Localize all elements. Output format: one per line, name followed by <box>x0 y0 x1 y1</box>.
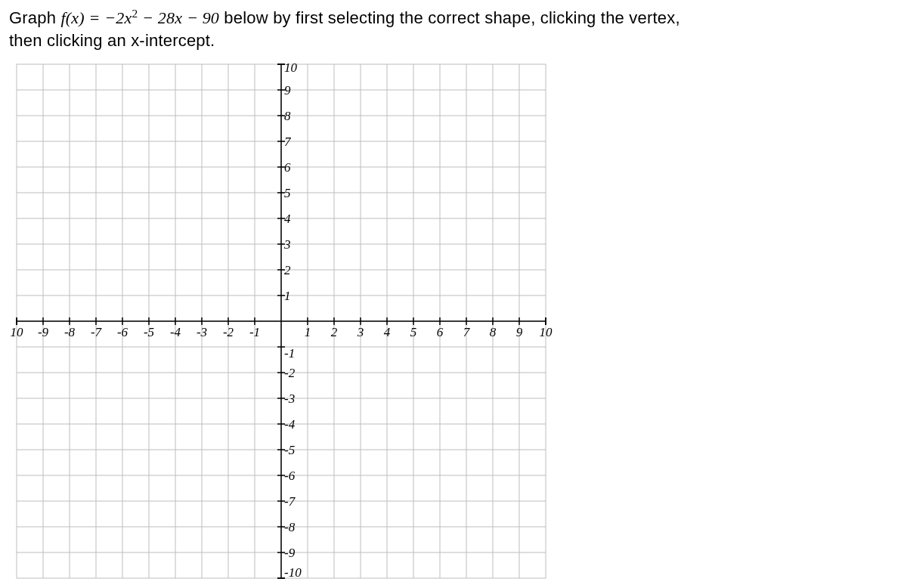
x-tick-label: 4 <box>384 325 391 339</box>
y-tick-label: 6 <box>284 160 291 175</box>
prompt-after: below by first selecting the correct sha… <box>219 8 680 27</box>
x-tick-label: 5 <box>410 325 417 339</box>
y-tick-label: 9 <box>284 83 291 97</box>
y-tick-label: 5 <box>284 186 291 200</box>
y-tick-label: -2 <box>284 366 296 380</box>
x-tick-label: 8 <box>490 325 497 339</box>
x-tick-label: -1 <box>249 325 260 339</box>
y-tick-label: -1 <box>284 346 295 361</box>
y-tick-label: -9 <box>284 546 296 560</box>
x-tick-label: -8 <box>64 325 76 339</box>
x-tick-label: 9 <box>516 325 523 339</box>
function-expression: f(x) = −2x2 − 28x − 90 <box>60 8 219 27</box>
y-tick-label: -5 <box>284 443 295 457</box>
y-tick-label: -10 <box>284 565 302 580</box>
y-tick-label: -8 <box>284 520 296 534</box>
x-tick-label: -3 <box>197 325 207 339</box>
x-tick-label: 1 <box>305 325 311 339</box>
prompt-prefix: Graph <box>9 8 60 27</box>
graph-canvas[interactable]: 10-9-8-7-6-5-4-3-2-112345678910-10-9-8-7… <box>9 57 553 586</box>
x-tick-label: -4 <box>170 325 181 339</box>
x-tick-label: -5 <box>144 325 154 339</box>
x-tick-label: 3 <box>357 325 364 339</box>
x-tick-label: 2 <box>331 325 338 339</box>
y-tick-label: 3 <box>283 237 291 252</box>
y-tick-label: -4 <box>284 417 296 432</box>
y-tick-label: -7 <box>284 494 296 509</box>
x-tick-label: 7 <box>463 325 471 339</box>
x-tick-label: 10 <box>540 325 553 339</box>
y-tick-label: -3 <box>284 391 295 406</box>
y-tick-label: 1 <box>284 289 291 303</box>
x-tick-label: -6 <box>117 325 128 339</box>
x-tick-label: 6 <box>437 325 444 339</box>
question-prompt: Graph f(x) = −2x2 − 28x − 90 below by fi… <box>9 6 898 52</box>
x-tick-label: -2 <box>223 325 234 339</box>
x-tick-label: -7 <box>91 325 103 339</box>
prompt-line2: then clicking an x-intercept. <box>9 31 215 50</box>
y-tick-label: 4 <box>284 212 291 226</box>
y-tick-label: 2 <box>284 263 291 277</box>
coordinate-plane[interactable]: 10-9-8-7-6-5-4-3-2-112345678910-10-9-8-7… <box>9 57 898 586</box>
term-neg2x2: −2x <box>104 8 132 27</box>
term-minus90: − 90 <box>182 8 219 27</box>
y-tick-label: -6 <box>284 469 296 483</box>
x-tick-label: -9 <box>38 325 49 339</box>
y-tick-label: 10 <box>284 60 298 75</box>
fx-equals: f(x) = <box>60 8 104 27</box>
x-tick-label: 10 <box>11 325 24 339</box>
term-minus28x: − 28x <box>138 8 182 27</box>
y-tick-label: 8 <box>284 109 291 123</box>
